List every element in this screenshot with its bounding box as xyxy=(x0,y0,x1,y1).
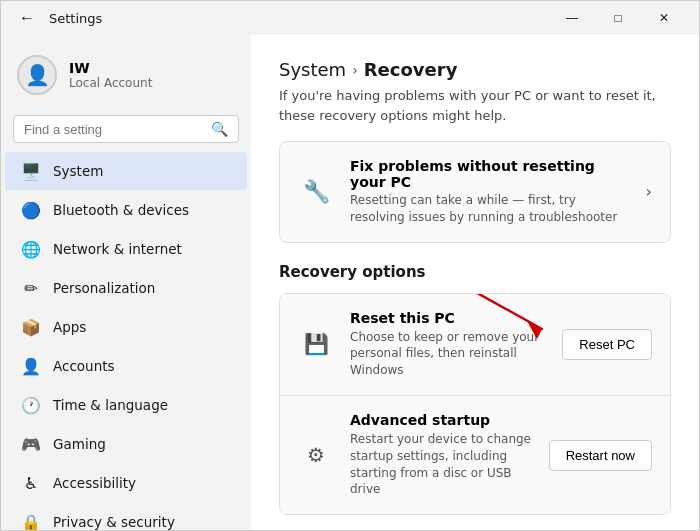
breadcrumb-separator: › xyxy=(352,62,358,78)
apps-icon: 📦 xyxy=(21,317,41,337)
maximize-button[interactable]: □ xyxy=(595,1,641,35)
title-bar-left: ← Settings xyxy=(13,7,549,29)
gaming-icon: 🎮 xyxy=(21,434,41,454)
sidebar-item-bluetooth[interactable]: 🔵 Bluetooth & devices xyxy=(5,191,247,229)
personalization-icon: ✏️ xyxy=(21,278,41,298)
title-bar: ← Settings — □ ✕ xyxy=(1,1,699,35)
sidebar: 👤 IW Local Account 🔍 🖥️ System 🔵 Bl xyxy=(1,35,251,530)
avatar: 👤 xyxy=(17,55,57,95)
sidebar-item-label: Gaming xyxy=(53,436,106,452)
page-title: Recovery xyxy=(364,59,458,80)
fix-card-chevron: › xyxy=(646,182,652,201)
advanced-startup-title: Advanced startup xyxy=(350,412,533,428)
fix-card-desc: Resetting can take a while — first, try … xyxy=(350,192,630,226)
search-input[interactable] xyxy=(24,122,203,137)
advanced-startup-body: Advanced startup Restart your device to … xyxy=(350,412,533,498)
reset-pc-icon: 💾 xyxy=(298,326,334,362)
main-content: System › Recovery If you're having probl… xyxy=(251,35,699,530)
settings-window: ← Settings — □ ✕ 👤 IW Local Account 🔍 xyxy=(0,0,700,531)
sidebar-item-label: System xyxy=(53,163,103,179)
network-icon: 🌐 xyxy=(21,239,41,259)
advanced-startup-option: ⚙️ Advanced startup Restart your device … xyxy=(280,396,670,514)
close-button[interactable]: ✕ xyxy=(641,1,687,35)
page-header: System › Recovery If you're having probl… xyxy=(279,59,671,125)
sidebar-item-label: Network & internet xyxy=(53,241,182,257)
time-icon: 🕐 xyxy=(21,395,41,415)
reset-pc-button[interactable]: Reset PC xyxy=(562,329,652,360)
sidebar-item-label: Privacy & security xyxy=(53,514,175,530)
advanced-startup-icon: ⚙️ xyxy=(298,437,334,473)
user-section[interactable]: 👤 IW Local Account xyxy=(1,43,251,107)
title-bar-controls: — □ ✕ xyxy=(549,1,687,35)
sidebar-item-label: Personalization xyxy=(53,280,155,296)
fix-card-body: Fix problems without resetting your PC R… xyxy=(350,158,630,226)
reset-pc-desc: Choose to keep or remove your personal f… xyxy=(350,329,546,379)
sidebar-item-label: Accounts xyxy=(53,358,115,374)
fix-icon: 🔧 xyxy=(298,174,334,210)
restart-now-button[interactable]: Restart now xyxy=(549,440,652,471)
fix-problems-card[interactable]: 🔧 Fix problems without resetting your PC… xyxy=(279,141,671,243)
sidebar-item-network[interactable]: 🌐 Network & internet xyxy=(5,230,247,268)
system-icon: 🖥️ xyxy=(21,161,41,181)
sidebar-nav: 🖥️ System 🔵 Bluetooth & devices 🌐 Networ… xyxy=(1,151,251,530)
sidebar-item-accounts[interactable]: 👤 Accounts xyxy=(5,347,247,385)
user-account-type: Local Account xyxy=(69,76,152,90)
user-info: IW Local Account xyxy=(69,60,152,90)
user-name: IW xyxy=(69,60,152,76)
sidebar-item-accessibility[interactable]: ♿ Accessibility xyxy=(5,464,247,502)
reset-pc-btn-container: Reset PC xyxy=(562,329,652,360)
sidebar-item-system[interactable]: 🖥️ System xyxy=(5,152,247,190)
page-subtitle: If you're having problems with your PC o… xyxy=(279,86,671,125)
accounts-icon: 👤 xyxy=(21,356,41,376)
advanced-startup-desc: Restart your device to change startup se… xyxy=(350,431,533,498)
reset-pc-option: 💾 Reset this PC Choose to keep or remove… xyxy=(280,294,670,396)
recovery-options-group: 💾 Reset this PC Choose to keep or remove… xyxy=(279,293,671,516)
recovery-options-label: Recovery options xyxy=(279,263,671,281)
sidebar-item-gaming[interactable]: 🎮 Gaming xyxy=(5,425,247,463)
content-area: 👤 IW Local Account 🔍 🖥️ System 🔵 Bl xyxy=(1,35,699,530)
window-title: Settings xyxy=(49,11,102,26)
search-icon: 🔍 xyxy=(211,121,228,137)
breadcrumb-parent: System xyxy=(279,59,346,80)
avatar-icon: 👤 xyxy=(25,63,50,87)
sidebar-item-label: Accessibility xyxy=(53,475,136,491)
reset-pc-title: Reset this PC xyxy=(350,310,546,326)
minimize-button[interactable]: — xyxy=(549,1,595,35)
sidebar-item-personalization[interactable]: ✏️ Personalization xyxy=(5,269,247,307)
accessibility-icon: ♿ xyxy=(21,473,41,493)
search-box[interactable]: 🔍 xyxy=(13,115,239,143)
sidebar-item-label: Bluetooth & devices xyxy=(53,202,189,218)
breadcrumb: System › Recovery xyxy=(279,59,671,80)
back-button[interactable]: ← xyxy=(13,7,41,29)
fix-card-title: Fix problems without resetting your PC xyxy=(350,158,630,190)
sidebar-item-time[interactable]: 🕐 Time & language xyxy=(5,386,247,424)
sidebar-item-label: Time & language xyxy=(53,397,168,413)
reset-pc-body: Reset this PC Choose to keep or remove y… xyxy=(350,310,546,379)
sidebar-item-privacy[interactable]: 🔒 Privacy & security xyxy=(5,503,247,530)
privacy-icon: 🔒 xyxy=(21,512,41,530)
sidebar-item-apps[interactable]: 📦 Apps xyxy=(5,308,247,346)
bluetooth-icon: 🔵 xyxy=(21,200,41,220)
sidebar-item-label: Apps xyxy=(53,319,86,335)
